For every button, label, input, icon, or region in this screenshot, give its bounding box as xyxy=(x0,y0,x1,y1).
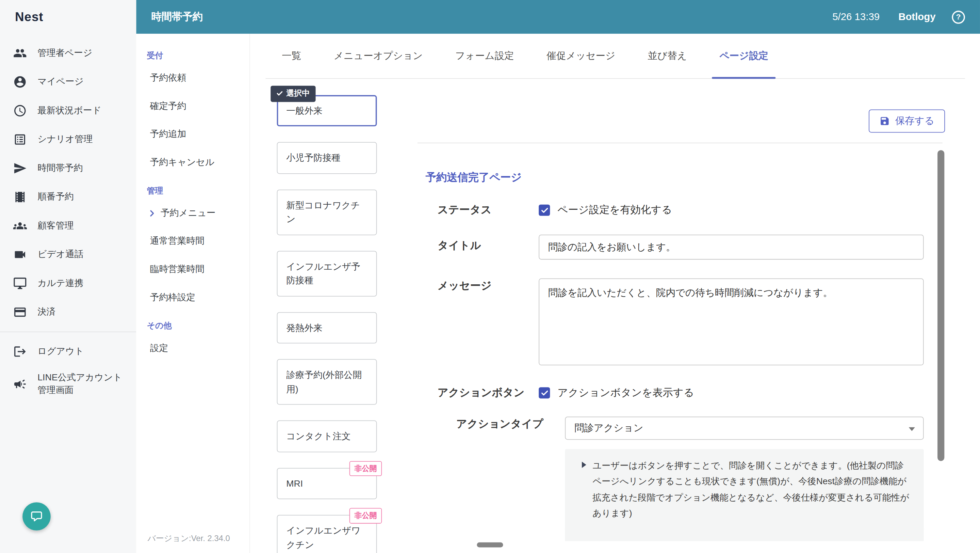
sidebar-item-logout[interactable]: ログアウト xyxy=(0,337,136,366)
menu-card[interactable]: コンタクト注文 xyxy=(277,421,377,452)
submenu-item-label: 予約キャンセル xyxy=(150,156,215,168)
title-label: タイトル xyxy=(438,238,481,253)
monitor-icon xyxy=(13,276,27,290)
submenu-item-add-reservation[interactable]: 予約追加 xyxy=(136,120,249,148)
sidebar-item-scenario[interactable]: シナリオ管理 xyxy=(0,125,136,154)
sidebar-item-label: 管理者ページ xyxy=(37,47,92,59)
sidebar-item-my-page[interactable]: マイページ xyxy=(0,67,136,96)
chat-bubble-icon xyxy=(30,510,43,523)
main-content: 一覧 メニューオプション フォーム設定 催促メッセージ 並び替え ページ設定 選… xyxy=(250,34,980,553)
selected-badge-label: 選択中 xyxy=(286,88,310,100)
horizontal-scrollbar-thumb[interactable] xyxy=(477,542,503,548)
menu-card-label: 発熱外来 xyxy=(286,323,323,333)
submenu-item-reservation-request[interactable]: 予約依頼 xyxy=(136,64,249,92)
submenu-item-label: 予約依頼 xyxy=(150,72,186,84)
sidebar-item-label: 順番予約 xyxy=(37,191,74,203)
chat-fab-button[interactable] xyxy=(22,502,51,531)
submenu-item-confirmed-reservation[interactable]: 確定予約 xyxy=(136,92,249,120)
menu-card-label: インフルエンザワクチン xyxy=(286,526,360,550)
title-control xyxy=(539,234,924,260)
account-name[interactable]: Botlogy xyxy=(898,11,935,22)
menu-card[interactable]: 新型コロナワクチン xyxy=(277,190,377,235)
vertical-scrollbar-thumb[interactable] xyxy=(937,150,944,461)
queue-icon xyxy=(13,190,27,204)
save-button[interactable]: 保存する xyxy=(869,109,945,132)
sidebar-item-payment[interactable]: 決済 xyxy=(0,298,136,327)
submenu-item-label: 臨時営業時間 xyxy=(150,263,205,275)
tab-bar: 一覧 メニューオプション フォーム設定 催促メッセージ 並び替え ページ設定 xyxy=(266,34,965,79)
tab-sort[interactable]: 並び替え xyxy=(632,34,703,78)
action-type-label: アクションタイプ xyxy=(456,417,543,432)
people-icon xyxy=(13,46,27,60)
top-header: 時間帯予約 5/26 13:39 Botlogy ? xyxy=(136,0,980,34)
video-call-icon xyxy=(13,247,27,261)
panel-divider xyxy=(417,143,943,143)
menu-card[interactable]: インフルエンザ予防接種 xyxy=(277,251,377,296)
scenario-list-icon xyxy=(13,132,27,146)
sidebar: 管理者ページ マイページ 最新状況ボード シナリオ管理 時間帯予約 順番予約 顧… xyxy=(0,34,136,553)
message-label: メッセージ xyxy=(438,279,492,293)
title-input[interactable] xyxy=(539,234,924,260)
menu-card[interactable]: 非公開 MRI xyxy=(277,468,377,500)
sidebar-item-label: 顧客管理 xyxy=(37,220,74,232)
sidebar-item-line-account[interactable]: LINE公式アカウント管理画面 xyxy=(0,366,136,403)
sidebar-item-karte-link[interactable]: カルテ連携 xyxy=(0,269,136,298)
sidebar-item-customers[interactable]: 顧客管理 xyxy=(0,212,136,241)
sidebar-item-label: シナリオ管理 xyxy=(37,134,92,146)
menu-card[interactable]: 小児予防接種 xyxy=(277,142,377,174)
selected-badge: 選択中 xyxy=(270,86,315,102)
sidebar-item-label: 決済 xyxy=(37,306,56,319)
action-button-checkbox-label: アクションボタンを表示する xyxy=(557,386,694,399)
status-label: ステータス xyxy=(438,202,492,218)
submenu-section-other: その他 xyxy=(136,320,249,331)
submenu-item-normal-hours[interactable]: 通常営業時間 xyxy=(136,227,249,255)
menu-card-label: 小児予防接種 xyxy=(286,153,340,163)
check-icon xyxy=(276,90,283,97)
action-type-select[interactable]: 問診アクション xyxy=(565,417,924,440)
check-icon xyxy=(540,389,549,397)
menu-card[interactable]: 選択中 一般外来 xyxy=(277,95,377,127)
submenu-item-cancel-reservation[interactable]: 予約キャンセル xyxy=(136,148,249,176)
sidebar-item-label: マイページ xyxy=(37,76,84,88)
menu-card-label: 新型コロナワクチン xyxy=(286,200,360,225)
tab-list[interactable]: 一覧 xyxy=(266,34,318,78)
submenu-item-label: 確定予約 xyxy=(150,100,186,112)
sidebar-item-queue-booking[interactable]: 順番予約 xyxy=(0,183,136,212)
tab-page-settings[interactable]: ページ設定 xyxy=(703,34,785,78)
menu-card[interactable]: 診療予約(外部公開用) xyxy=(277,359,377,405)
sidebar-item-label: カルテ連携 xyxy=(37,277,83,289)
submenu-item-label: 予約枠設定 xyxy=(150,292,195,303)
submenu-item-temporary-hours[interactable]: 臨時営業時間 xyxy=(136,255,249,284)
menu-card-label: 一般外来 xyxy=(286,105,323,115)
message-textarea[interactable]: 問診を記入いただくと、院内での待ち時間削減につながります。 xyxy=(539,279,924,365)
app-logo: Nest xyxy=(15,10,43,24)
sidebar-item-time-slot-booking[interactable]: 時間帯予約 xyxy=(0,154,136,183)
submenu-item-settings[interactable]: 設定 xyxy=(136,334,249,362)
menu-card-label: コンタクト注文 xyxy=(286,431,351,441)
status-checkbox-label: ページ設定を有効化する xyxy=(557,203,672,217)
menu-card[interactable]: 発熱外来 xyxy=(277,312,377,344)
sidebar-item-video-call[interactable]: ビデオ通話 xyxy=(0,240,136,269)
sidebar-item-label: ビデオ通話 xyxy=(37,249,83,261)
sidebar-item-admin-page[interactable]: 管理者ページ xyxy=(0,39,136,68)
sidebar-item-status-board[interactable]: 最新状況ボード xyxy=(0,96,136,125)
sidebar-item-label: ログアウト xyxy=(37,345,84,357)
submenu-item-label: 設定 xyxy=(150,342,168,354)
menu-card[interactable]: 非公開 インフルエンザワクチン xyxy=(277,515,377,553)
message-control: 問診を記入いただくと、院内での待ち時間削減につながります。 xyxy=(539,279,924,368)
private-badge: 非公開 xyxy=(350,461,382,476)
tab-form-settings[interactable]: フォーム設定 xyxy=(439,34,530,78)
tab-reminder-message[interactable]: 催促メッセージ xyxy=(530,34,631,78)
submenu-item-slot-settings[interactable]: 予約枠設定 xyxy=(136,283,249,312)
save-icon xyxy=(880,116,890,126)
submenu-item-reservation-menu[interactable]: 予約メニュー xyxy=(136,199,249,227)
tab-menu-options[interactable]: メニューオプション xyxy=(318,34,439,78)
action-type-value: 問診アクション xyxy=(574,422,643,435)
menu-card-label: 診療予約(外部公開用) xyxy=(286,370,362,394)
submenu: 受付 予約依頼 確定予約 予約追加 予約キャンセル 管理 予約メニュー 通常営業… xyxy=(136,34,250,553)
status-checkbox[interactable] xyxy=(539,205,550,216)
action-button-checkbox[interactable] xyxy=(539,387,550,398)
screen: Nest 時間帯予約 5/26 13:39 Botlogy ? 管理者ページ マ… xyxy=(0,0,980,553)
help-icon[interactable]: ? xyxy=(952,10,965,24)
app-window: Nest 時間帯予約 5/26 13:39 Botlogy ? 管理者ページ マ… xyxy=(0,0,980,553)
